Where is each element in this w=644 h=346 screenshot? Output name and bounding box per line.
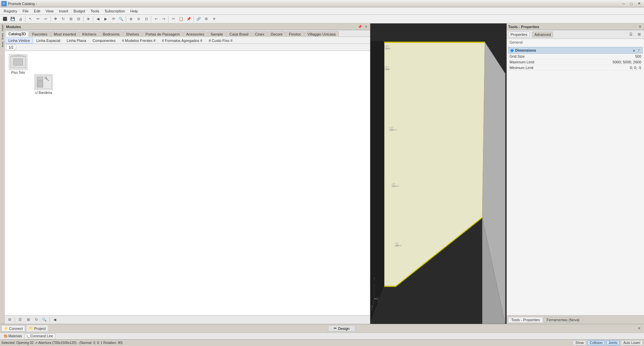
- menu-tools[interactable]: Tools: [88, 8, 102, 14]
- modules-close-button[interactable]: ✕: [363, 24, 369, 30]
- tab-portas[interactable]: Portas de Passagem: [143, 31, 183, 37]
- tab-cinex[interactable]: Cinex: [252, 31, 267, 37]
- toolbar-paste[interactable]: 📌: [185, 15, 193, 23]
- toolbar-view3d[interactable]: 👁: [85, 15, 92, 23]
- sub-tab-linha-plana[interactable]: Linha Plana: [64, 38, 89, 44]
- toolbar-btn-11[interactable]: 🔍: [117, 15, 125, 23]
- bottom-tab-materials[interactable]: 🎨 Materials: [1, 333, 24, 339]
- tab-kitchens[interactable]: Kitchens: [79, 31, 99, 37]
- collision-button[interactable]: Collision: [587, 340, 605, 345]
- tab-most-inserted[interactable]: Most inserted: [51, 31, 79, 37]
- toolbar-undo[interactable]: ↩: [152, 15, 160, 23]
- toolbar-btn-12[interactable]: ⊕: [127, 15, 135, 23]
- prop-bottom-tab-tools[interactable]: Tools - Properties: [508, 317, 543, 323]
- prop-list-view[interactable]: ☰: [627, 31, 635, 38]
- sidebar-tab-extra[interactable]: Extra: [0, 32, 4, 41]
- sub-tab-linha-espacial[interactable]: Linha Espacial: [33, 38, 63, 44]
- modules-toolbar-btn-settings[interactable]: ⚙: [6, 316, 13, 324]
- modules-panel: Modules 📌 ✕ Catalog3D Favorites Most ins…: [5, 23, 370, 324]
- close-button[interactable]: ✕: [636, 0, 643, 7]
- sub-tab-formatos-agregados[interactable]: # Formatos Agregados #: [159, 38, 205, 44]
- page-number-input[interactable]: [6, 45, 16, 50]
- prop-tab-advanced[interactable]: Advanced: [532, 32, 553, 38]
- toolbar-btn-16[interactable]: ⚙: [203, 15, 210, 23]
- sub-tab-componentes[interactable]: Componentes: [90, 38, 119, 44]
- menu-help[interactable]: Help: [128, 8, 140, 14]
- sub-tab-modelos-frentes[interactable]: # Modelos Frentes #: [119, 38, 158, 44]
- tab-sample[interactable]: Sample: [208, 31, 226, 37]
- toolbar-btn-14[interactable]: ⊡: [143, 15, 150, 23]
- menu-registry[interactable]: Registry: [1, 8, 19, 14]
- bottom-tab-project[interactable]: 📁 Project: [26, 325, 48, 332]
- toolbar-btn-9[interactable]: ▶: [102, 15, 109, 23]
- modules-toolbar-btn-grid[interactable]: ⊞: [24, 316, 32, 324]
- toolbar-btn-5[interactable]: ↩: [42, 15, 49, 23]
- toolbar-redo[interactable]: ↪: [160, 15, 167, 23]
- bottom-tab-connect[interactable]: ⚡ Connect: [1, 325, 25, 332]
- dimensions-expand-button[interactable]: ▲: [632, 48, 636, 53]
- prop-row-grid-size: Grid Size 500: [508, 54, 643, 59]
- toolbar-btn-15[interactable]: 🔗: [195, 15, 202, 23]
- prop-detail-view[interactable]: ⊞: [635, 31, 643, 38]
- modules-content: Piso Teto c/ Bandeira: [5, 51, 370, 315]
- sub-tab-linha-vertice[interactable]: Linha Vértice: [5, 38, 33, 44]
- modules-toolbar-btn-search[interactable]: 🔍: [41, 316, 48, 324]
- maximize-button[interactable]: □: [628, 0, 635, 7]
- modules-toolbar-btn-prev[interactable]: ◀: [51, 316, 58, 324]
- tab-acessories[interactable]: Acessories: [183, 31, 207, 37]
- minimize-button[interactable]: ─: [620, 0, 627, 7]
- toolbar-btn-6[interactable]: ⊞: [67, 15, 74, 23]
- tab-favorites[interactable]: Favorites: [29, 31, 50, 37]
- modules-toolbar-btn-list[interactable]: ☰: [16, 316, 24, 324]
- properties-close-button[interactable]: ✕: [637, 24, 643, 30]
- design-button[interactable]: ✏ Design: [328, 325, 355, 332]
- modules-pin-button[interactable]: 📌: [357, 24, 363, 30]
- auto-lower-button[interactable]: Auto Lower: [621, 340, 643, 345]
- tab-shelves[interactable]: Shelves: [123, 31, 142, 37]
- toolbar-rotate[interactable]: ↻: [59, 15, 67, 23]
- tab-villaggio[interactable]: Villaggio Unicasa: [305, 31, 339, 37]
- menu-insert[interactable]: Insert: [57, 8, 71, 14]
- dimensions-help-button[interactable]: ?: [636, 48, 641, 53]
- sidebar-tab-insert[interactable]: Insert: [0, 23, 4, 32]
- toolbar-btn-10[interactable]: ⟳: [110, 15, 117, 23]
- toolbar-select[interactable]: ↖: [26, 15, 34, 23]
- prop-bottom-tab-ferramentas[interactable]: Ferramentas (Nova): [544, 317, 583, 323]
- menu-budget[interactable]: Budget: [71, 8, 88, 14]
- prop-row-min-limit: Minimum Limit 0; 0; -5: [508, 65, 643, 71]
- svg-text:2312: 2312: [386, 65, 389, 72]
- bottom-panel-close[interactable]: ✕: [635, 325, 643, 332]
- dimensions-section-header[interactable]: 🔷 Dimensions ▲ ?: [508, 47, 643, 54]
- module-item-piso-teto[interactable]: Piso Teto: [6, 52, 30, 96]
- menu-file[interactable]: File: [20, 8, 31, 14]
- toolbar-cut[interactable]: ✂: [170, 15, 177, 23]
- menu-view[interactable]: View: [43, 8, 56, 14]
- module-item-bandeira[interactable]: c/ Bandeira: [32, 72, 56, 96]
- sub-tab-custo-fixo[interactable]: # Custo Fixo #: [206, 38, 235, 44]
- modules-toolbar-btn-refresh[interactable]: ↻: [33, 316, 40, 324]
- tab-carpi[interactable]: Carpi Brasil: [226, 31, 252, 37]
- toolbar-btn-17[interactable]: ✕: [210, 15, 218, 23]
- toolbar-btn-7[interactable]: ⊟: [75, 15, 82, 23]
- joints-button[interactable]: Joints: [606, 340, 620, 345]
- prop-tab-properties[interactable]: Properties: [508, 32, 530, 38]
- toolbar-btn-4[interactable]: ✏: [34, 15, 42, 23]
- toolbar-btn-2[interactable]: 💾: [9, 15, 16, 23]
- tab-decore[interactable]: Decore: [268, 31, 285, 37]
- toolbar-btn-1[interactable]: ⬛: [1, 15, 9, 23]
- toolbar-move[interactable]: ✥: [52, 15, 59, 23]
- sidebar-tab-auto[interactable]: Auto: [0, 41, 4, 48]
- bottom-tab-command-line[interactable]: ›_ Command Line: [24, 333, 56, 339]
- menu-edit[interactable]: Edit: [32, 8, 43, 14]
- tab-bedrooms[interactable]: Bedrooms: [100, 31, 122, 37]
- tab-catalog3d[interactable]: Catalog3D: [5, 31, 29, 37]
- tab-finotoc[interactable]: Finotoc: [286, 31, 304, 37]
- toolbar-btn-3[interactable]: 🖨: [17, 15, 24, 23]
- show-button[interactable]: Show: [573, 340, 586, 345]
- toolbar-btn-13[interactable]: ⊖: [135, 15, 142, 23]
- properties-panel: Tools - Properties ✕ Properties Advanced…: [506, 23, 644, 324]
- menu-subscription[interactable]: Subscription: [102, 8, 127, 14]
- modules-controls: 📌 ✕: [357, 24, 369, 30]
- toolbar-copy[interactable]: 📋: [177, 15, 185, 23]
- toolbar-btn-8[interactable]: ◀: [94, 15, 102, 23]
